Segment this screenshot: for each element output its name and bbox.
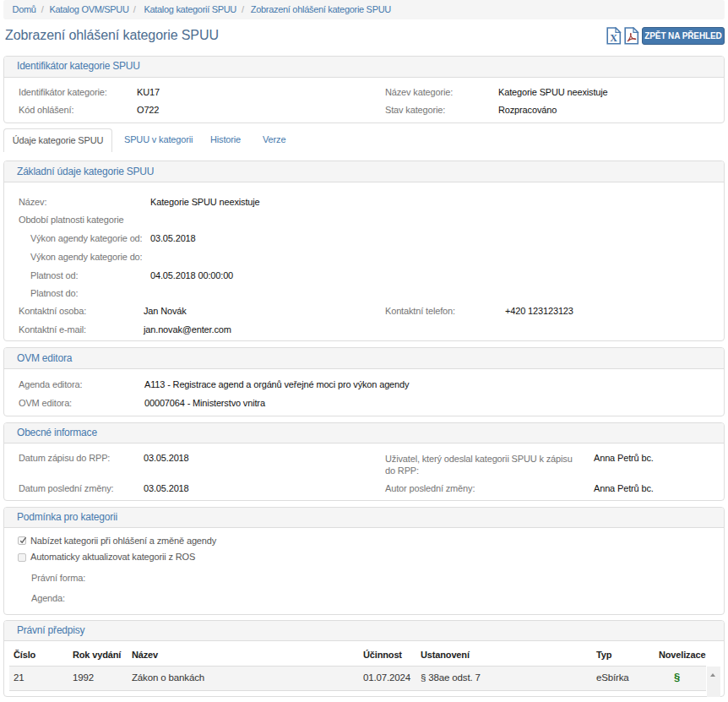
svg-text:X: X <box>610 32 617 44</box>
